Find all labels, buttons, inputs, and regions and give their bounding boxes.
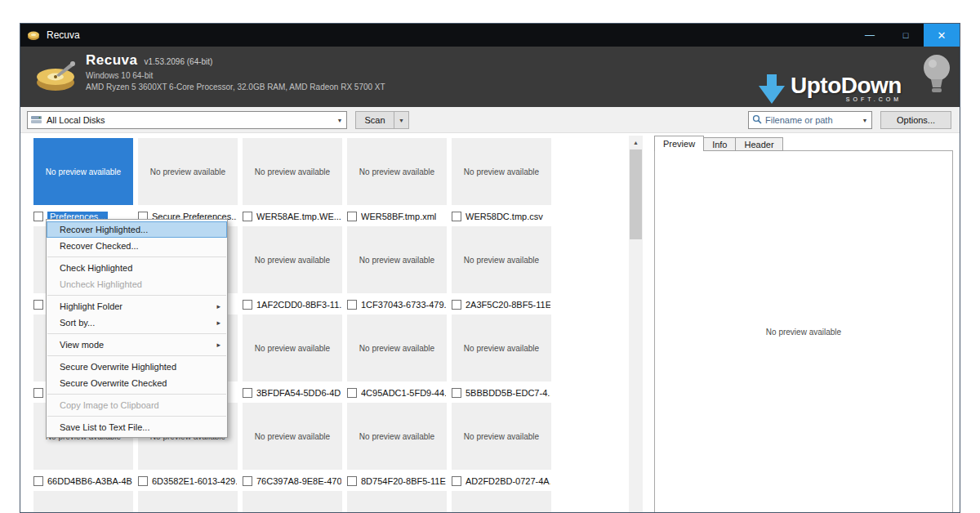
context-menu: Recover Highlighted...Recover Checked...…: [46, 219, 228, 438]
menu-item-label: View mode: [60, 340, 104, 350]
scrollbar-thumb[interactable]: [630, 149, 642, 239]
drive-select-combo[interactable]: All Local Disks ▼: [27, 111, 347, 129]
menu-separator: [47, 256, 226, 257]
file-checkbox[interactable]: [33, 476, 43, 486]
preview-cell-r4-c2[interactable]: No preview available: [243, 491, 342, 513]
file-checkbox[interactable]: [452, 476, 461, 486]
preview-cell-r1-c4[interactable]: No preview available: [452, 226, 551, 293]
file-checkbox[interactable]: [243, 476, 252, 486]
file-row-r3-c0: 66DD4BB6-A3BA-4B...: [33, 475, 136, 487]
file-name[interactable]: 66DD4BB6-A3BA-4B...: [47, 476, 132, 486]
preview-cell-r3-c4[interactable]: No preview available: [452, 403, 551, 470]
file-checkbox[interactable]: [33, 388, 43, 398]
preview-cell-r0-c4[interactable]: No preview available: [452, 138, 551, 205]
window-controls: — □ ✕: [852, 24, 960, 47]
file-checkbox[interactable]: [347, 476, 357, 486]
preview-cell-r4-c1[interactable]: No preview available: [138, 491, 238, 513]
menu-item-recover-checked[interactable]: Recover Checked...: [47, 238, 227, 254]
file-checkbox[interactable]: [452, 212, 461, 221]
menu-item-highlight-folder[interactable]: Highlight Folder▸: [47, 298, 227, 314]
file-name[interactable]: 8D754F20-8BF5-11E...: [361, 476, 446, 486]
preview-cell-r0-c2[interactable]: No preview available: [243, 138, 342, 205]
no-preview-label: No preview available: [359, 167, 434, 176]
hardware-info: AMD Ryzen 5 3600XT 6-Core Processor, 32.…: [86, 83, 385, 91]
tab-header[interactable]: Header: [735, 137, 782, 151]
scan-dropdown-button[interactable]: ▼: [394, 111, 409, 129]
menu-item-secure-overwrite-checked[interactable]: Secure Overwrite Checked: [47, 375, 227, 391]
vertical-scrollbar[interactable]: ▲: [629, 136, 643, 513]
minimize-button[interactable]: —: [852, 24, 888, 47]
file-checkbox[interactable]: [33, 212, 43, 221]
drive-select-value: All Local Disks: [47, 115, 105, 125]
file-checkbox[interactable]: [347, 388, 357, 398]
preview-cell-r2-c4[interactable]: No preview available: [452, 314, 551, 381]
menu-item-recover-highlighted[interactable]: Recover Highlighted...: [47, 221, 227, 238]
os-info: Windows 10 64-bit: [86, 71, 385, 80]
submenu-arrow-icon: ▸: [216, 341, 220, 349]
file-name[interactable]: WER58BF.tmp.xml: [361, 212, 436, 221]
file-checkbox[interactable]: [33, 300, 43, 310]
file-row-r3-c3: 8D754F20-8BF5-11E...: [347, 475, 450, 487]
menu-item-check-highlighted[interactable]: Check Highlighted: [47, 260, 227, 276]
close-button[interactable]: ✕: [924, 24, 960, 47]
scan-button[interactable]: Scan: [355, 111, 394, 129]
file-name[interactable]: 3BFDFA54-5DD6-4D...: [256, 388, 341, 398]
preview-cell-r2-c2[interactable]: No preview available: [243, 314, 342, 381]
no-preview-label: No preview available: [255, 432, 330, 441]
file-checkbox[interactable]: [347, 300, 357, 310]
file-row-r3-c4: AD2FD2BD-0727-4A...: [452, 475, 555, 487]
no-preview-label: No preview available: [46, 167, 121, 176]
file-checkbox[interactable]: [452, 300, 461, 310]
tab-info[interactable]: Info: [703, 137, 736, 151]
menu-separator: [47, 355, 226, 356]
no-preview-label: No preview available: [150, 167, 225, 176]
file-row-r3-c2: 76C397A8-9E8E-470...: [243, 475, 345, 487]
preview-cell-r1-c2[interactable]: No preview available: [243, 226, 342, 293]
preview-cell-r3-c2[interactable]: No preview available: [243, 403, 342, 470]
scroll-up-button[interactable]: ▲: [629, 136, 643, 149]
menu-item-secure-overwrite-highlighted[interactable]: Secure Overwrite Highlighted: [47, 359, 227, 375]
close-icon: ✕: [938, 29, 947, 42]
file-checkbox[interactable]: [138, 476, 148, 486]
titlebar: Recuva — □ ✕: [20, 24, 960, 47]
preview-cell-r2-c3[interactable]: No preview available: [347, 314, 447, 381]
file-checkbox[interactable]: [243, 388, 252, 398]
menu-item-sort-by[interactable]: Sort by...▸: [47, 314, 227, 331]
file-name[interactable]: 1CF37043-6733-479...: [361, 300, 446, 310]
file-name[interactable]: 6D3582E1-6013-429...: [152, 476, 237, 486]
search-combo[interactable]: ▼: [748, 111, 872, 129]
file-name[interactable]: WER58AE.tmp.WE...: [256, 212, 341, 221]
search-input[interactable]: [765, 115, 857, 125]
tab-preview[interactable]: Preview: [654, 136, 704, 151]
file-checkbox[interactable]: [243, 212, 252, 221]
menu-item-label: Recover Checked...: [60, 241, 139, 251]
menu-item-copy-image-to-clipboard: Copy Image to Clipboard: [47, 397, 227, 413]
preview-cell-r4-c3[interactable]: No preview available: [347, 491, 447, 513]
maximize-button[interactable]: □: [888, 24, 924, 47]
menu-separator: [47, 394, 226, 395]
preview-cell-r4-c4[interactable]: No preview available: [452, 491, 551, 513]
file-name[interactable]: 2A3F5C20-8BF5-11E...: [466, 300, 550, 310]
file-name[interactable]: WER58DC.tmp.csv: [466, 212, 543, 221]
menu-item-label: Secure Overwrite Highlighted: [60, 362, 176, 372]
file-checkbox[interactable]: [243, 300, 252, 310]
preview-cell-r4-c0[interactable]: No preview available: [33, 491, 133, 513]
file-name[interactable]: 5BBBDD5B-EDC7-4...: [466, 388, 550, 398]
file-name[interactable]: AD2FD2BD-0727-4A...: [466, 476, 550, 486]
bulb-icon: [917, 51, 953, 105]
preview-cell-r0-c0[interactable]: No preview available: [33, 138, 133, 205]
options-button[interactable]: Options...: [880, 111, 951, 129]
menu-item-view-mode[interactable]: View mode▸: [47, 337, 227, 353]
file-checkbox[interactable]: [347, 212, 357, 221]
file-checkbox[interactable]: [452, 388, 461, 398]
scan-button-label: Scan: [364, 115, 385, 125]
preview-cell-r0-c3[interactable]: No preview available: [347, 138, 447, 205]
preview-cell-r3-c3[interactable]: No preview available: [347, 403, 447, 470]
file-name[interactable]: 76C397A8-9E8E-470...: [256, 476, 341, 486]
preview-cell-r1-c3[interactable]: No preview available: [347, 226, 447, 293]
file-name[interactable]: 1AF2CDD0-8BF3-11...: [256, 300, 341, 310]
preview-cell-r0-c1[interactable]: No preview available: [138, 138, 238, 205]
menu-item-save-list-to-text-file[interactable]: Save List to Text File...: [47, 419, 227, 435]
file-name[interactable]: 4C95ADC1-5FD9-44...: [361, 388, 446, 398]
recuva-window: Recuva — □ ✕: [20, 23, 960, 513]
